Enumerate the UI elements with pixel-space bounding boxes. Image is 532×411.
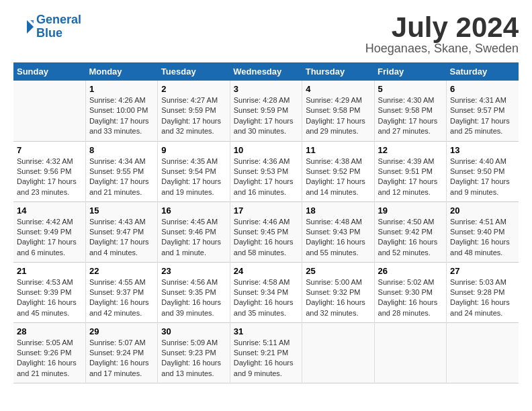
- logo: General Blue: [13, 13, 81, 40]
- day-number: 3: [234, 84, 298, 94]
- calendar-cell: 3Sunrise: 4:28 AM Sunset: 9:59 PM Daylig…: [230, 81, 302, 141]
- calendar-cell: 6Sunrise: 4:31 AM Sunset: 9:57 PM Daylig…: [447, 81, 519, 141]
- week-row-3: 14Sunrise: 4:42 AM Sunset: 9:49 PM Dayli…: [13, 201, 519, 262]
- header-row: SundayMondayTuesdayWednesdayThursdayFrid…: [13, 62, 519, 81]
- day-number: 24: [234, 266, 298, 276]
- location: Hoeganaes, Skane, Sweden: [365, 42, 519, 56]
- day-number: 18: [306, 205, 370, 216]
- col-header-thursday: Thursday: [302, 62, 374, 81]
- day-number: 9: [161, 145, 226, 155]
- day-info: Sunrise: 4:56 AM Sunset: 9:35 PM Dayligh…: [161, 277, 226, 319]
- month-year: July 2024: [365, 13, 519, 42]
- day-info: Sunrise: 4:40 AM Sunset: 9:50 PM Dayligh…: [450, 156, 515, 198]
- calendar-cell: 5Sunrise: 4:30 AM Sunset: 9:58 PM Daylig…: [374, 81, 446, 141]
- day-info: Sunrise: 4:55 AM Sunset: 9:37 PM Dayligh…: [89, 277, 154, 319]
- day-info: Sunrise: 4:58 AM Sunset: 9:34 PM Dayligh…: [234, 277, 298, 319]
- calendar-cell: 12Sunrise: 4:39 AM Sunset: 9:51 PM Dayli…: [374, 141, 446, 201]
- calendar-cell: 9Sunrise: 4:35 AM Sunset: 9:54 PM Daylig…: [158, 141, 230, 201]
- calendar-cell: 21Sunrise: 4:53 AM Sunset: 9:39 PM Dayli…: [13, 262, 85, 322]
- calendar-cell: 27Sunrise: 5:03 AM Sunset: 9:28 PM Dayli…: [447, 262, 519, 322]
- day-number: 22: [89, 266, 154, 276]
- day-info: Sunrise: 4:45 AM Sunset: 9:46 PM Dayligh…: [161, 217, 226, 259]
- calendar-cell: 26Sunrise: 5:02 AM Sunset: 9:30 PM Dayli…: [374, 262, 446, 322]
- day-number: 1: [89, 84, 154, 94]
- day-number: 29: [89, 326, 154, 336]
- day-info: Sunrise: 4:31 AM Sunset: 9:57 PM Dayligh…: [450, 95, 515, 137]
- day-number: 11: [306, 145, 370, 155]
- day-info: Sunrise: 4:36 AM Sunset: 9:53 PM Dayligh…: [234, 156, 298, 198]
- week-row-5: 28Sunrise: 5:05 AM Sunset: 9:26 PM Dayli…: [13, 322, 519, 383]
- logo-line2: Blue: [36, 26, 62, 40]
- week-row-2: 7Sunrise: 4:32 AM Sunset: 9:56 PM Daylig…: [13, 141, 519, 201]
- day-number: 28: [17, 326, 82, 336]
- calendar-cell: 23Sunrise: 4:56 AM Sunset: 9:35 PM Dayli…: [158, 262, 230, 322]
- day-number: 17: [234, 205, 298, 216]
- day-info: Sunrise: 4:51 AM Sunset: 9:40 PM Dayligh…: [450, 217, 515, 259]
- day-info: Sunrise: 5:00 AM Sunset: 9:32 PM Dayligh…: [306, 277, 370, 319]
- calendar-cell: 2Sunrise: 4:27 AM Sunset: 9:59 PM Daylig…: [158, 81, 230, 141]
- day-number: 13: [450, 145, 515, 155]
- day-number: 16: [161, 205, 226, 216]
- day-info: Sunrise: 5:09 AM Sunset: 9:23 PM Dayligh…: [161, 338, 226, 379]
- day-number: 25: [306, 266, 370, 276]
- title-block: July 2024 Hoeganaes, Skane, Sweden: [365, 13, 519, 56]
- col-header-monday: Monday: [85, 62, 157, 81]
- day-info: Sunrise: 5:07 AM Sunset: 9:24 PM Dayligh…: [89, 338, 154, 379]
- calendar-cell: 22Sunrise: 4:55 AM Sunset: 9:37 PM Dayli…: [85, 262, 157, 322]
- day-number: 6: [450, 84, 515, 94]
- day-number: 15: [89, 205, 154, 216]
- calendar-cell: 31Sunrise: 5:11 AM Sunset: 9:21 PM Dayli…: [230, 322, 302, 383]
- calendar-cell: [13, 81, 85, 141]
- day-info: Sunrise: 5:03 AM Sunset: 9:28 PM Dayligh…: [450, 277, 515, 319]
- calendar-cell: 29Sunrise: 5:07 AM Sunset: 9:24 PM Dayli…: [85, 322, 157, 383]
- page-header: General Blue July 2024 Hoeganaes, Skane,…: [13, 13, 519, 56]
- day-info: Sunrise: 4:38 AM Sunset: 9:52 PM Dayligh…: [306, 156, 370, 198]
- calendar-cell: 24Sunrise: 4:58 AM Sunset: 9:34 PM Dayli…: [230, 262, 302, 322]
- calendar-cell: [447, 322, 519, 383]
- calendar-cell: 20Sunrise: 4:51 AM Sunset: 9:40 PM Dayli…: [447, 201, 519, 262]
- col-header-wednesday: Wednesday: [230, 62, 302, 81]
- day-info: Sunrise: 4:32 AM Sunset: 9:56 PM Dayligh…: [17, 156, 82, 198]
- day-number: 19: [378, 205, 443, 216]
- day-info: Sunrise: 4:43 AM Sunset: 9:47 PM Dayligh…: [89, 217, 154, 259]
- calendar-table: SundayMondayTuesdayWednesdayThursdayFrid…: [13, 62, 519, 383]
- logo-text: General Blue: [36, 13, 81, 40]
- day-info: Sunrise: 4:34 AM Sunset: 9:55 PM Dayligh…: [89, 156, 154, 198]
- day-info: Sunrise: 4:48 AM Sunset: 9:43 PM Dayligh…: [306, 217, 370, 259]
- day-info: Sunrise: 4:46 AM Sunset: 9:45 PM Dayligh…: [234, 217, 298, 259]
- day-info: Sunrise: 5:11 AM Sunset: 9:21 PM Dayligh…: [234, 338, 298, 379]
- calendar-cell: [302, 322, 374, 383]
- logo-line1: General: [36, 13, 81, 26]
- calendar-cell: 10Sunrise: 4:36 AM Sunset: 9:53 PM Dayli…: [230, 141, 302, 201]
- day-info: Sunrise: 4:42 AM Sunset: 9:49 PM Dayligh…: [17, 217, 82, 259]
- col-header-saturday: Saturday: [447, 62, 519, 81]
- day-number: 4: [306, 84, 370, 94]
- calendar-cell: [374, 322, 446, 383]
- calendar-cell: 7Sunrise: 4:32 AM Sunset: 9:56 PM Daylig…: [13, 141, 85, 201]
- day-info: Sunrise: 4:26 AM Sunset: 10:00 PM Daylig…: [89, 95, 154, 137]
- day-info: Sunrise: 4:53 AM Sunset: 9:39 PM Dayligh…: [17, 277, 82, 319]
- day-info: Sunrise: 4:29 AM Sunset: 9:58 PM Dayligh…: [306, 95, 370, 137]
- day-number: 21: [17, 266, 82, 276]
- day-number: 5: [378, 84, 443, 94]
- calendar-cell: 30Sunrise: 5:09 AM Sunset: 9:23 PM Dayli…: [158, 322, 230, 383]
- calendar-cell: 1Sunrise: 4:26 AM Sunset: 10:00 PM Dayli…: [85, 81, 157, 141]
- day-number: 2: [161, 84, 226, 94]
- calendar-cell: 17Sunrise: 4:46 AM Sunset: 9:45 PM Dayli…: [230, 201, 302, 262]
- day-info: Sunrise: 4:39 AM Sunset: 9:51 PM Dayligh…: [378, 156, 443, 198]
- day-number: 30: [161, 326, 226, 336]
- calendar-cell: 4Sunrise: 4:29 AM Sunset: 9:58 PM Daylig…: [302, 81, 374, 141]
- day-info: Sunrise: 5:02 AM Sunset: 9:30 PM Dayligh…: [378, 277, 443, 319]
- calendar-cell: 15Sunrise: 4:43 AM Sunset: 9:47 PM Dayli…: [85, 201, 157, 262]
- calendar-cell: 13Sunrise: 4:40 AM Sunset: 9:50 PM Dayli…: [447, 141, 519, 201]
- calendar-cell: 16Sunrise: 4:45 AM Sunset: 9:46 PM Dayli…: [158, 201, 230, 262]
- day-info: Sunrise: 4:30 AM Sunset: 9:58 PM Dayligh…: [378, 95, 443, 137]
- day-number: 8: [89, 145, 154, 155]
- day-info: Sunrise: 4:50 AM Sunset: 9:42 PM Dayligh…: [378, 217, 443, 259]
- col-header-friday: Friday: [374, 62, 446, 81]
- day-info: Sunrise: 5:05 AM Sunset: 9:26 PM Dayligh…: [17, 338, 82, 379]
- calendar-cell: 8Sunrise: 4:34 AM Sunset: 9:55 PM Daylig…: [85, 141, 157, 201]
- calendar-cell: 11Sunrise: 4:38 AM Sunset: 9:52 PM Dayli…: [302, 141, 374, 201]
- day-info: Sunrise: 4:35 AM Sunset: 9:54 PM Dayligh…: [161, 156, 226, 198]
- calendar-cell: 25Sunrise: 5:00 AM Sunset: 9:32 PM Dayli…: [302, 262, 374, 322]
